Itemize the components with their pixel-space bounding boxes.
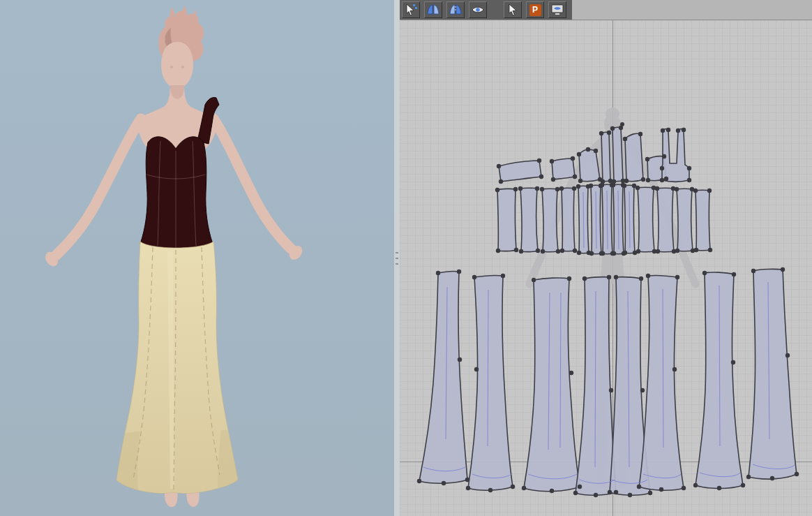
pointer-tool-button[interactable] bbox=[504, 1, 522, 18]
splitter-grip-tick bbox=[396, 263, 398, 265]
cursor-icon bbox=[506, 3, 520, 17]
pattern-piece[interactable] bbox=[601, 132, 610, 182]
show-pattern-toggle[interactable] bbox=[469, 1, 487, 18]
select-tool-button[interactable] bbox=[402, 1, 420, 18]
pattern-piece[interactable] bbox=[625, 133, 643, 181]
pattern-piece[interactable] bbox=[497, 189, 516, 251]
toolbar-separator bbox=[491, 0, 499, 20]
pattern-piece[interactable] bbox=[657, 188, 674, 252]
pattern-canvas[interactable] bbox=[400, 20, 812, 516]
pattern-panel: P bbox=[400, 0, 812, 516]
pattern-mode-button[interactable]: P bbox=[526, 1, 544, 18]
pattern-tool-button[interactable] bbox=[424, 1, 442, 18]
avatar-eye-left bbox=[170, 66, 174, 68]
pattern-piece[interactable] bbox=[520, 188, 538, 251]
splitter-grip-tick bbox=[396, 252, 398, 253]
selected-vertex[interactable] bbox=[620, 122, 624, 126]
pattern-piece[interactable] bbox=[677, 189, 693, 251]
display-eye-icon bbox=[550, 3, 564, 17]
3d-viewport[interactable] bbox=[0, 0, 394, 516]
cursor-icon bbox=[404, 3, 418, 17]
eye-icon bbox=[471, 3, 485, 17]
pattern-piece-icon bbox=[426, 3, 440, 17]
sewing-pattern-icon bbox=[449, 3, 463, 17]
pattern-toolbar: P bbox=[400, 0, 812, 20]
sewing-tool-button[interactable] bbox=[446, 1, 465, 18]
corset-body[interactable] bbox=[140, 137, 213, 250]
pattern-piece[interactable] bbox=[638, 187, 654, 252]
pattern-piece[interactable] bbox=[552, 159, 575, 179]
pattern-piece[interactable] bbox=[562, 188, 575, 251]
pattern-piece[interactable] bbox=[612, 127, 623, 182]
pattern-piece[interactable] bbox=[542, 189, 558, 252]
garment-design-app: P bbox=[0, 0, 812, 516]
avatar-head bbox=[161, 42, 193, 89]
panel-splitter[interactable] bbox=[394, 0, 400, 516]
avatar-eye-right bbox=[181, 66, 185, 68]
pattern-piece[interactable] bbox=[579, 149, 600, 182]
toolbar-group: P bbox=[400, 0, 572, 20]
pattern-piece[interactable] bbox=[696, 190, 710, 251]
toolbar-spacer bbox=[572, 0, 812, 20]
splitter-grip-tick bbox=[396, 258, 398, 259]
p-icon: P bbox=[529, 4, 541, 16]
display-mode-button[interactable] bbox=[548, 1, 566, 18]
